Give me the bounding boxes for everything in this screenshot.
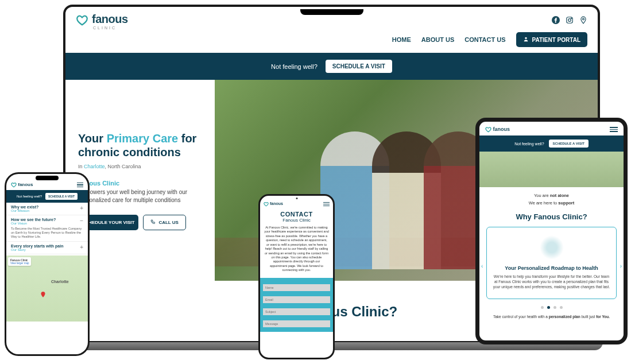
dot-4[interactable]: [560, 306, 563, 309]
tagline-2: We are here to support: [479, 200, 624, 208]
tablet-footer-text: Take control of your health with a perso…: [479, 313, 624, 320]
hamburger-menu-icon[interactable]: [323, 202, 330, 207]
minus-icon: −: [80, 218, 83, 224]
instagram-icon[interactable]: [566, 16, 574, 26]
patient-portal-button[interactable]: PATIENT PORTAL: [516, 32, 587, 47]
phone-left-device: fanous Not feeling well? SCHEDULE A VISI…: [5, 172, 90, 356]
message-input[interactable]: [263, 320, 330, 327]
nav-home[interactable]: HOME: [392, 36, 411, 43]
laptop-nav: HOME ABOUT US CONTACT US PATIENT PORTAL: [65, 32, 598, 53]
tablet-section-title: Why Fanous Clinic?: [479, 208, 624, 227]
brand-logo[interactable]: fanous CLINIC: [76, 13, 128, 30]
subject-input[interactable]: [263, 308, 330, 315]
tablet-banner: Not feeling well? SCHEDULE A VISIT: [479, 135, 624, 152]
contact-title: CONTACT Fanous Clinic: [260, 208, 333, 223]
phone1-banner: Not feeling well? SCHEDULE A VISIT: [6, 190, 88, 203]
contact-form: [260, 278, 333, 332]
phone-icon: [150, 219, 156, 226]
map-city-label: Charlotte: [51, 280, 69, 284]
map-pin-icon: [40, 290, 47, 300]
hero-clinic-name: Fanous Clinic: [78, 180, 204, 187]
tablet-header: fanous: [479, 122, 624, 135]
call-us-button[interactable]: CALL US: [143, 215, 186, 230]
hero-description: Empowers your well being journey with ou…: [78, 188, 204, 204]
banner-text: Not feeling well?: [271, 63, 318, 70]
accordion-story[interactable]: Every story starts with pain Our Story +: [6, 242, 88, 254]
view-larger-map-link[interactable]: View larger map: [10, 262, 29, 265]
hero-buttons: SCHEDULE YOUR VISIT CALL US: [78, 215, 204, 230]
user-icon: [523, 36, 529, 43]
dot-1[interactable]: [541, 306, 544, 309]
contact-body: At Fanous Clinic, we're committed to mak…: [260, 223, 333, 276]
phone2-logo[interactable]: fanous: [264, 202, 283, 207]
phone-center-screen: fanous CONTACT Fanous Clinic At Fanous C…: [260, 196, 333, 358]
tablet-screen: fanous Not feeling well? SCHEDULE A VISI…: [479, 122, 624, 340]
svg-point-2: [568, 19, 571, 22]
schedule-visit-button[interactable]: SCHEDULE A VISIT: [326, 60, 392, 73]
phone-center-device: fanous CONTACT Fanous Clinic At Fanous C…: [258, 194, 335, 359]
hero-title: Your Primary Care for chronic conditions: [78, 131, 204, 159]
nav-about[interactable]: ABOUT US: [421, 36, 454, 43]
brand-subtitle: CLINIC: [93, 26, 128, 30]
tablet-schedule-button[interactable]: SCHEDULE A VISIT: [549, 140, 589, 148]
social-icons: [552, 16, 587, 26]
card-body: We're here to help you transform your li…: [493, 274, 610, 289]
location-icon[interactable]: [579, 16, 587, 26]
carousel-dots: [479, 299, 624, 313]
svg-point-5: [525, 37, 527, 39]
carousel-next-icon[interactable]: ›: [620, 263, 622, 269]
heart-logo-icon: [76, 14, 88, 29]
feature-card: Your Personalized Roadmap to Health We'r…: [486, 227, 617, 299]
phone1-schedule-button[interactable]: SCHEDULE A VISIT: [45, 193, 78, 200]
phone1-logo[interactable]: fanous: [11, 182, 33, 188]
accordion-mission[interactable]: Why we exist? Our Mission +: [6, 203, 88, 215]
portal-label: PATIENT PORTAL: [532, 37, 580, 43]
brand-name: fanous: [92, 13, 128, 26]
map-widget[interactable]: Fanous Clinic View larger map Charlotte: [6, 255, 88, 322]
plus-icon: +: [80, 205, 83, 211]
name-input[interactable]: [263, 284, 330, 291]
nav-contact[interactable]: CONTACT US: [464, 36, 505, 43]
tablet-hero-image: [479, 152, 624, 187]
accordion-vision[interactable]: How we see the future? Our Vision − To B…: [6, 215, 88, 242]
carousel-prev-icon[interactable]: ‹: [481, 263, 483, 269]
plus-icon: +: [80, 244, 83, 250]
health-heart-icon: [540, 235, 564, 260]
facebook-icon[interactable]: [552, 16, 560, 26]
svg-point-3: [571, 18, 572, 18]
email-input[interactable]: [263, 296, 330, 303]
tablet-device: fanous Not feeling well? SCHEDULE A VISI…: [475, 118, 628, 344]
dot-2[interactable]: [547, 306, 550, 309]
phone-notch: [36, 176, 59, 180]
phone-camera: [296, 198, 297, 199]
map-info-box: Fanous Clinic View larger map: [8, 257, 31, 266]
phone-left-screen: fanous Not feeling well? SCHEDULE A VISI…: [6, 174, 88, 354]
hamburger-menu-icon[interactable]: [610, 127, 618, 132]
hamburger-menu-icon[interactable]: [77, 183, 83, 187]
tagline-1: You are not alone: [479, 187, 624, 200]
laptop-notch: [300, 9, 363, 15]
tablet-logo[interactable]: fanous: [485, 126, 510, 133]
dot-3[interactable]: [553, 306, 556, 309]
card-title: Your Personalized Roadmap to Health: [493, 265, 610, 271]
hero-location: In Charlotte, North Carolina: [78, 164, 204, 169]
svg-point-4: [583, 18, 584, 20]
laptop-cta-banner: Not feeling well? SCHEDULE A VISIT: [65, 53, 598, 80]
